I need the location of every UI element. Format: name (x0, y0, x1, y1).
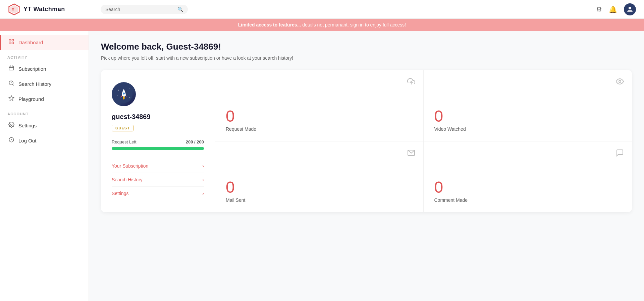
mail-icon (407, 149, 415, 159)
user-avatar[interactable] (624, 3, 636, 15)
search-input[interactable] (105, 7, 175, 12)
progress-bar-background (112, 147, 204, 150)
request-made-label: Request Made (226, 126, 256, 132)
comment-made-label: Comment Made (434, 197, 468, 203)
profile-links: Your Subscription › Search History › Set… (112, 159, 204, 200)
svg-point-20 (123, 93, 125, 95)
account-section-label: ACCOUNT (0, 107, 89, 118)
subscription-chevron: › (202, 163, 204, 169)
svg-rect-8 (9, 66, 14, 70)
activity-section-label: ACTIVITY (0, 50, 89, 61)
request-made-value: 0 (226, 108, 256, 124)
sidebar-item-subscription[interactable]: Subscription (0, 61, 89, 76)
settings-icon[interactable]: ⚙ (596, 5, 602, 13)
svg-point-3 (629, 7, 631, 9)
stat-video-watched-inner: 0 Video Watched (434, 90, 466, 132)
settings-link-label: Settings (112, 191, 129, 196)
svg-rect-5 (12, 39, 14, 41)
search-history-link-label: Search History (112, 177, 143, 182)
settings-sidebar-icon (8, 122, 14, 129)
logo-area: Y YT Watchman (8, 3, 95, 15)
comment-icon (616, 149, 624, 159)
svg-point-18 (117, 95, 118, 96)
svg-rect-7 (9, 42, 11, 44)
profile-avatar (112, 82, 136, 106)
mail-sent-value: 0 (226, 179, 245, 195)
svg-point-24 (619, 80, 621, 82)
eye-icon (616, 77, 624, 87)
search-icon: 🔍 (177, 7, 183, 12)
profile-panel: guest-34869 GUEST Request Left 200 / 200… (101, 70, 215, 212)
welcome-title: Welcome back, Guest-34869! (101, 42, 632, 52)
stat-cell-comment-made: 0 Comment Made (424, 141, 632, 213)
video-watched-label: Video Watched (434, 126, 466, 132)
access-banner: Limited access to features... details no… (0, 19, 644, 31)
bell-icon[interactable]: 🔔 (609, 5, 617, 13)
sidebar-subscription-label: Subscription (18, 66, 46, 72)
banner-rest: details not permanant, sign in to enjoy … (301, 22, 406, 27)
svg-rect-4 (9, 39, 11, 41)
sidebar-settings-label: Settings (18, 123, 37, 128)
svg-text:Y: Y (11, 7, 15, 12)
main-content: Welcome back, Guest-34869! Pick up where… (89, 31, 644, 301)
stat-cell-video-watched: 0 Video Watched (424, 70, 632, 141)
sidebar-item-playground[interactable]: Playground (0, 92, 89, 107)
sidebar-playground-label: Playground (18, 96, 44, 102)
svg-point-19 (129, 97, 130, 98)
sidebar-search-history-label: Search History (18, 81, 51, 87)
search-history-profile-link[interactable]: Search History › (112, 173, 204, 187)
top-navigation: Y YT Watchman 🔍 ⚙ 🔔 (0, 0, 644, 19)
progress-bar-fill (112, 147, 204, 150)
upload-icon (407, 77, 415, 87)
request-left-label: Request Left (112, 139, 137, 144)
subscription-icon (8, 65, 14, 73)
search-history-icon (8, 80, 14, 88)
banner-bold: Limited access to features... (238, 22, 301, 27)
playground-icon (8, 95, 14, 103)
stat-cell-request-made: 0 Request Made (215, 70, 424, 141)
sidebar-item-search-history[interactable]: Search History (0, 76, 89, 92)
svg-point-13 (11, 124, 12, 126)
stat-mail-sent-inner: 0 Mail Sent (226, 162, 245, 203)
settings-profile-link[interactable]: Settings › (112, 187, 204, 200)
sidebar-item-dashboard[interactable]: Dashboard (0, 35, 89, 50)
svg-point-16 (118, 90, 119, 91)
request-count: 200 / 200 (186, 139, 204, 144)
guest-badge: GUEST (112, 125, 133, 131)
stat-cell-mail-sent: 0 Mail Sent (215, 141, 424, 213)
search-history-chevron: › (202, 177, 204, 182)
svg-rect-6 (12, 42, 14, 44)
app-name: YT Watchman (23, 6, 65, 13)
subscription-link[interactable]: Your Subscription › (112, 159, 204, 173)
profile-username: guest-34869 (112, 113, 151, 121)
settings-chevron: › (202, 191, 204, 196)
sidebar-item-logout[interactable]: Log Out (0, 133, 89, 148)
mail-sent-label: Mail Sent (226, 197, 245, 203)
sidebar-item-settings[interactable]: Settings (0, 118, 89, 133)
dashboard-grid: guest-34869 GUEST Request Left 200 / 200… (101, 70, 632, 212)
svg-point-17 (129, 88, 129, 89)
sidebar-logout-label: Log Out (18, 138, 36, 143)
search-box[interactable]: 🔍 (101, 5, 188, 14)
dashboard-icon (8, 39, 14, 46)
video-watched-value: 0 (434, 108, 466, 124)
subscription-link-label: Your Subscription (112, 163, 148, 169)
main-layout: Dashboard ACTIVITY Subscription (0, 31, 644, 301)
topnav-right: ⚙ 🔔 (596, 3, 636, 15)
sidebar-dashboard-label: Dashboard (18, 40, 43, 45)
topnav-left: Y YT Watchman 🔍 (8, 3, 188, 15)
logout-icon (8, 137, 14, 144)
svg-point-22 (123, 97, 124, 99)
logo-icon: Y (8, 3, 20, 15)
stat-comment-made-inner: 0 Comment Made (434, 162, 468, 203)
sidebar: Dashboard ACTIVITY Subscription (0, 31, 89, 301)
request-label-row: Request Left 200 / 200 (112, 139, 204, 144)
comment-made-value: 0 (434, 179, 468, 195)
stat-request-made-inner: 0 Request Made (226, 90, 256, 132)
welcome-subtitle: Pick up where you left off, start with a… (101, 55, 632, 61)
